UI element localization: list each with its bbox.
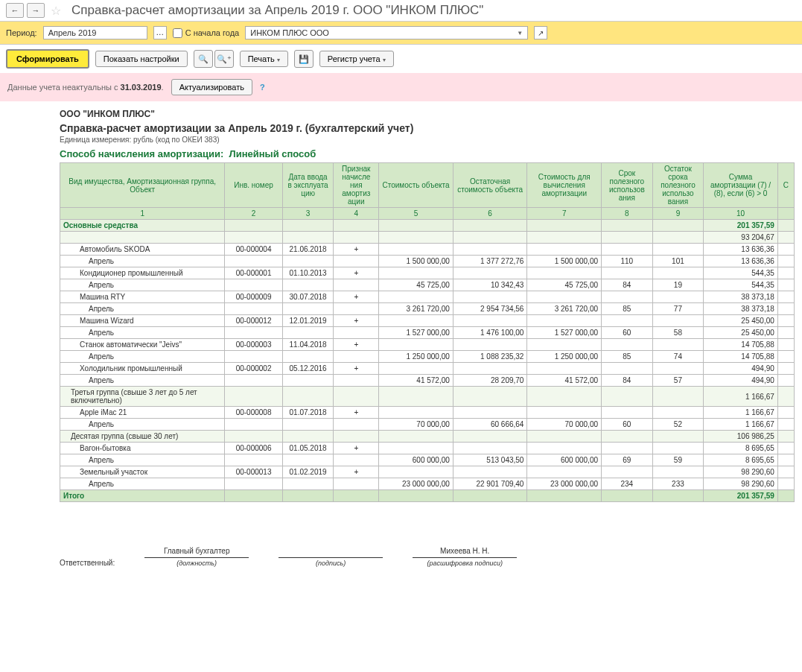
cell-c5: 1 527 000,00	[379, 327, 453, 339]
chevron-down-icon: ▾	[383, 57, 386, 63]
warning-text: Данные учета неактуальны с 31.03.2019.	[7, 83, 164, 92]
search-more-icon-button[interactable]: 🔍⁺	[214, 50, 234, 68]
cell-c10: 8 695,65	[704, 443, 778, 454]
cell-inv	[225, 327, 282, 339]
cell-c5: 1 500 000,00	[379, 256, 453, 267]
cell-c8: 60	[602, 327, 653, 339]
period-label: Период:	[6, 28, 37, 37]
cell-date	[282, 279, 334, 291]
table-row: Станок автоматически "Jeivs"00-00000311.…	[60, 339, 795, 351]
search-icon-button[interactable]: 🔍	[194, 50, 213, 68]
cell-c6	[453, 291, 527, 303]
update-button[interactable]: Актуализировать	[171, 79, 252, 95]
from-year-input[interactable]	[173, 28, 182, 38]
titlebar: ← → ☆ Справка-расчет амортизации за Апре…	[0, 0, 802, 22]
cell-c10: 1 166,67	[704, 419, 778, 431]
cell-c11	[777, 375, 794, 387]
cell-date: 05.12.2016	[282, 363, 334, 375]
cell-date: 21.06.2018	[282, 244, 334, 256]
cell-flag	[334, 419, 379, 431]
cell-c8	[602, 490, 653, 502]
cell-c9: 52	[652, 419, 704, 431]
print-button[interactable]: Печать ▾	[240, 51, 288, 67]
save-icon-button[interactable]: 💾	[294, 50, 314, 68]
cell-c9	[652, 407, 704, 419]
cell-c10: 494,90	[704, 363, 778, 375]
cell-c10: 1 166,67	[704, 387, 778, 407]
nav-back-button[interactable]: ←	[6, 3, 24, 18]
cell-c6: 22 901 709,40	[453, 478, 527, 490]
nav-forward-button[interactable]: →	[27, 3, 45, 18]
cell-c11	[777, 466, 794, 478]
cell-inv: 00-000006	[225, 443, 282, 454]
cell-date: 30.07.2018	[282, 291, 334, 303]
cell-c6	[453, 244, 527, 256]
cell-c8	[602, 431, 653, 443]
cell-c8	[602, 466, 653, 478]
colnum: 3	[282, 208, 334, 220]
cell-c10: 1 166,67	[704, 407, 778, 419]
cell-c10: 98 290,60	[704, 466, 778, 478]
cell-c6: 28 209,70	[453, 375, 527, 387]
cell-c9: 59	[652, 454, 704, 466]
col-header-9: Остаток срока полезного использо вания	[652, 163, 704, 208]
favorite-star-icon[interactable]: ☆	[51, 4, 61, 18]
colnum: 2	[225, 208, 282, 220]
cell-flag: +	[334, 407, 379, 419]
cell-name: Машина Wizard	[60, 315, 225, 327]
cell-c9: 233	[652, 478, 704, 490]
register-button[interactable]: Регистр учета ▾	[319, 51, 394, 67]
print-label: Печать	[248, 54, 275, 63]
cell-c11	[777, 279, 794, 291]
cell-c5	[379, 291, 453, 303]
signature-name: Михеева Н. Н. (расшифровка подписи)	[413, 547, 517, 567]
cell-c5	[379, 267, 453, 279]
organization-value: ИНКОМ ПЛЮС ООО	[250, 28, 329, 37]
cell-c7: 1 527 000,00	[527, 327, 602, 339]
cell-c7	[527, 431, 602, 443]
cell-c7	[527, 267, 602, 279]
cell-flag	[334, 232, 379, 244]
cell-c10: 13 636,36	[704, 244, 778, 256]
organization-input[interactable]: ИНКОМ ПЛЮС ООО ▼	[245, 26, 528, 39]
period-picker-button[interactable]: …	[153, 26, 167, 39]
table-colnum-row: 1 2 3 4 5 6 7 8 9 10	[60, 208, 795, 220]
cell-c10: 38 373,18	[704, 303, 778, 315]
period-input[interactable]: Апрель 2019	[43, 26, 147, 39]
cell-c8	[602, 291, 653, 303]
cell-c6	[453, 431, 527, 443]
toolbar: Сформировать Показать настройки 🔍 🔍⁺ Печ…	[0, 45, 802, 73]
table-header-row: Вид имущества, Амортизационная группа, О…	[60, 163, 795, 208]
cell-c11	[777, 303, 794, 315]
cell-c8	[602, 443, 653, 454]
show-settings-button[interactable]: Показать настройки	[95, 51, 188, 67]
cell-c10: 544,35	[704, 267, 778, 279]
table-row: Апрель1 527 000,001 476 100,001 527 000,…	[60, 327, 795, 339]
cell-c10: 25 450,00	[704, 315, 778, 327]
cell-c5	[379, 339, 453, 351]
from-year-checkbox[interactable]: С начала года	[173, 28, 240, 38]
form-button[interactable]: Сформировать	[6, 49, 89, 69]
colnum: 10	[704, 208, 778, 220]
cell-c7: 1 500 000,00	[527, 256, 602, 267]
cell-c8: 85	[602, 351, 653, 363]
cell-c5	[379, 220, 453, 232]
chevron-down-icon: ▾	[277, 57, 280, 63]
cell-c5	[379, 443, 453, 454]
cell-name: Apple iMac 21	[60, 407, 225, 419]
table-row: Апрель1 250 000,001 088 235,321 250 000,…	[60, 351, 795, 363]
help-icon[interactable]: ?	[260, 83, 265, 92]
cell-flag	[334, 256, 379, 267]
cell-date	[282, 351, 334, 363]
warning-bar: Данные учета неактуальны с 31.03.2019. А…	[0, 73, 802, 101]
cell-date	[282, 220, 334, 232]
table-row: Апрель70 000,0060 666,6470 000,0060521 1…	[60, 419, 795, 431]
cell-inv	[225, 232, 282, 244]
cell-inv	[225, 454, 282, 466]
cell-c7	[527, 339, 602, 351]
org-open-button[interactable]: ↗	[534, 26, 547, 39]
cell-c10: 93 204,67	[704, 232, 778, 244]
warning-prefix: Данные учета неактуальны с	[7, 83, 121, 92]
cell-flag	[334, 220, 379, 232]
cell-c5	[379, 490, 453, 502]
